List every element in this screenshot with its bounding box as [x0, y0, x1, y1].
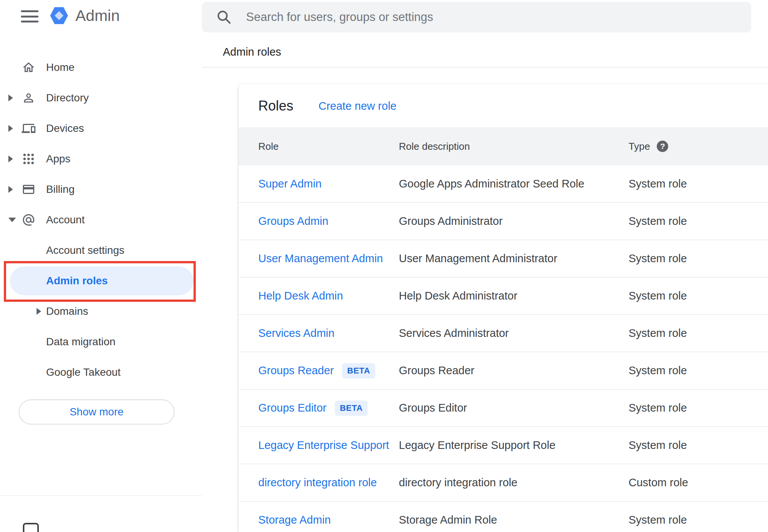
- role-link[interactable]: Super Admin: [258, 178, 322, 190]
- sidebar-item-label: Directory: [46, 92, 89, 104]
- beta-badge: BETA: [342, 363, 375, 378]
- sidebar-item-directory[interactable]: Directory: [0, 83, 202, 113]
- panel-title: Roles: [258, 98, 293, 114]
- sidebar-item-label: Home: [46, 61, 75, 74]
- role-type: System role: [629, 215, 768, 228]
- role-description: Groups Reader: [399, 364, 629, 377]
- sidebar-subitem-label: Admin roles: [46, 275, 108, 287]
- role-link[interactable]: Services Admin: [258, 327, 334, 340]
- expand-right-arrow-icon[interactable]: [37, 308, 41, 315]
- sidebar-item-label: Billing: [46, 183, 75, 195]
- header-divider: [202, 67, 768, 67]
- breadcrumb: Admin roles: [223, 46, 281, 58]
- hamburger-menu-icon[interactable]: [21, 10, 38, 22]
- role-link[interactable]: directory integration role: [258, 476, 377, 489]
- role-type: System role: [629, 178, 768, 190]
- credit-card-icon: [22, 183, 35, 196]
- role-type: System role: [629, 327, 768, 340]
- expand-right-arrow-icon[interactable]: [8, 95, 13, 101]
- expand-right-arrow-icon[interactable]: [8, 125, 13, 132]
- roles-panel: Roles Create new role Role Role descript…: [238, 84, 768, 532]
- table-row: Groups Editor BETA Groups Editor System …: [238, 389, 768, 427]
- search-input[interactable]: [202, 2, 751, 32]
- table-row: User Management Admin User Management Ad…: [238, 240, 768, 277]
- devices-icon: [22, 122, 35, 135]
- role-description: directory integration role: [399, 476, 629, 489]
- sidebar-item-billing[interactable]: Billing: [0, 174, 202, 205]
- table-row: Super Admin Google Apps Administrator Se…: [238, 165, 768, 203]
- role-link[interactable]: Groups Admin: [258, 215, 328, 228]
- role-type: System role: [629, 290, 768, 302]
- sidebar-subitem-google-takeout[interactable]: Google Takeout: [0, 357, 202, 388]
- sidebar-subitem-admin-roles[interactable]: Admin roles: [0, 266, 202, 296]
- role-type: System role: [629, 402, 768, 414]
- sidebar-item-label: Account: [46, 214, 85, 226]
- create-new-role-link[interactable]: Create new role: [318, 99, 397, 112]
- beta-badge: BETA: [335, 401, 368, 416]
- table-row: Groups Admin Groups Administrator System…: [238, 203, 768, 240]
- sidebar-subitem-label: Data migration: [46, 336, 115, 348]
- roles-table-header: Role Role description Type ?: [238, 127, 768, 165]
- role-type: System role: [629, 364, 768, 377]
- column-header-type: Type: [629, 141, 650, 152]
- sidebar-subitem-label: Domains: [46, 305, 88, 317]
- role-link[interactable]: Help Desk Admin: [258, 290, 343, 302]
- role-description: Groups Administrator: [399, 215, 629, 228]
- sidebar-bottom-divider: [0, 495, 202, 496]
- role-link[interactable]: Groups Editor: [258, 402, 326, 414]
- sidebar-subitem-data-migration[interactable]: Data migration: [0, 327, 202, 357]
- sidebar-nav: Home Directory Devices: [0, 52, 202, 388]
- sidebar-item-label: Devices: [46, 122, 84, 135]
- role-description: Help Desk Administrator: [399, 290, 629, 302]
- expand-right-arrow-icon[interactable]: [8, 155, 13, 162]
- column-header-description: Role description: [399, 141, 629, 152]
- role-link[interactable]: Legacy Enterprise Support: [258, 439, 389, 452]
- role-type: Custom role: [629, 476, 768, 489]
- table-row: Services Admin Services Administrator Sy…: [238, 315, 768, 352]
- role-link[interactable]: User Management Admin: [258, 252, 383, 265]
- sidebar-subitem-label: Google Takeout: [46, 366, 121, 378]
- feedback-icon[interactable]: [23, 523, 39, 532]
- role-type: System role: [629, 252, 768, 265]
- sidebar-item-account[interactable]: Account: [0, 205, 202, 235]
- expand-right-arrow-icon[interactable]: [8, 186, 13, 193]
- sidebar-item-devices[interactable]: Devices: [0, 113, 202, 144]
- sidebar-item-home[interactable]: Home: [0, 52, 202, 83]
- roles-table-body: Super Admin Google Apps Administrator Se…: [238, 165, 768, 532]
- role-description: Storage Admin Role: [399, 514, 629, 526]
- role-description: Legacy Enterprise Support Role: [399, 439, 629, 452]
- table-row: Help Desk Admin Help Desk Administrator …: [238, 277, 768, 315]
- column-header-role: Role: [258, 141, 399, 152]
- person-icon: [22, 91, 35, 105]
- sidebar-subitem-label: Account settings: [46, 244, 124, 256]
- role-link[interactable]: Storage Admin: [258, 514, 331, 526]
- sidebar-subitem-domains[interactable]: Domains: [0, 296, 202, 327]
- apps-grid-icon: [22, 152, 35, 166]
- roles-panel-header: Roles Create new role: [238, 84, 768, 127]
- role-description: User Management Administrator: [399, 252, 629, 265]
- role-description: Groups Editor: [399, 402, 629, 414]
- sidebar-item-apps[interactable]: Apps: [0, 144, 202, 174]
- search-bar: [202, 2, 751, 32]
- role-type: System role: [629, 439, 768, 452]
- help-icon[interactable]: ?: [657, 141, 668, 152]
- home-icon: [22, 61, 35, 74]
- sidebar: Admin Home Directory Devices: [0, 0, 202, 532]
- table-row: Groups Reader BETA Groups Reader System …: [238, 352, 768, 389]
- table-row: directory integration role directory int…: [238, 464, 768, 502]
- sidebar-item-label: Apps: [46, 153, 70, 165]
- role-link[interactable]: Groups Reader: [258, 364, 334, 377]
- collapse-down-arrow-icon[interactable]: [8, 218, 16, 222]
- google-admin-logo-icon: [48, 5, 70, 26]
- app-title: Admin: [75, 5, 120, 26]
- table-row: Storage Admin Storage Admin Role System …: [238, 502, 768, 532]
- show-more-button[interactable]: Show more: [19, 399, 174, 425]
- sidebar-subitem-account-settings[interactable]: Account settings: [0, 235, 202, 266]
- at-sign-icon: [22, 213, 35, 227]
- role-description: Google Apps Administrator Seed Role: [399, 178, 629, 190]
- table-row: Legacy Enterprise Support Legacy Enterpr…: [238, 427, 768, 464]
- role-description: Services Administrator: [399, 327, 629, 340]
- role-type: System role: [629, 514, 768, 526]
